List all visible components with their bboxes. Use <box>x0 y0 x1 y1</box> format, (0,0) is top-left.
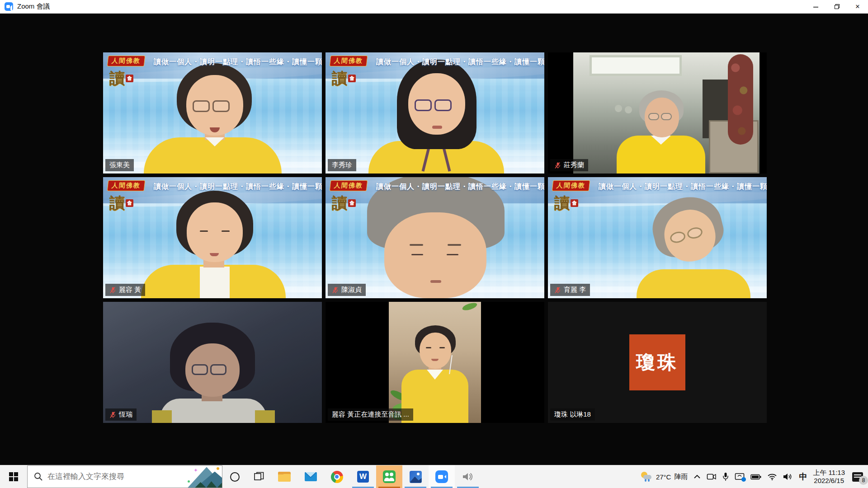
task-view-icon <box>254 472 264 482</box>
banner-slogan: 讀做一個人・讀明一點理・讀悟一些緣・讀懂一顆心 <box>376 57 544 67</box>
reading-club-logo: 讀會 <box>332 195 356 211</box>
volume-mixer-button[interactable] <box>455 465 481 488</box>
tray-overflow-chevron[interactable] <box>693 474 701 479</box>
logo-char: 讀 <box>332 194 347 211</box>
tray-time: 上午 11:13 <box>813 469 845 477</box>
battery-icon <box>750 474 761 480</box>
photos-icon <box>410 471 422 483</box>
leaf-decoration <box>462 302 478 312</box>
room-video <box>573 52 760 174</box>
tray-microphone[interactable] <box>722 472 729 481</box>
banner-slogan: 讀做一個人・讀明一點理・讀悟一些緣・讀懂一顆心 <box>154 182 322 192</box>
tray-cast[interactable] <box>735 473 745 481</box>
banner-brand: 人間佛教 <box>107 56 146 66</box>
taskbar: W 27°C <box>0 465 868 488</box>
sparkle-green <box>188 480 190 483</box>
video-tile-2[interactable]: 人間佛教 讀做一個人・讀明一點理・讀悟一些緣・讀懂一顆心 讀會 李秀珍 <box>326 52 544 174</box>
wifi-icon <box>767 473 777 480</box>
glasses-icon <box>648 113 672 120</box>
camera-icon <box>707 473 717 481</box>
logo-stamp-icon: 會 <box>571 199 578 207</box>
reading-club-logo: 讀會 <box>109 70 133 86</box>
avatar-text: 瓊珠 <box>636 350 679 375</box>
participant-name-label: 育麗 李 <box>550 284 590 296</box>
tray-wifi[interactable] <box>767 473 777 480</box>
glasses-icon <box>193 100 230 112</box>
start-button[interactable] <box>0 465 27 488</box>
notification-center-button[interactable]: 8 <box>851 470 864 483</box>
reading-club-logo: 讀會 <box>109 195 133 211</box>
word-icon: W <box>357 471 369 483</box>
video-tile-6[interactable]: 人間佛教 讀做一個人・讀明一點理・讀悟一些緣・讀懂一顆心 讀會 育麗 李 <box>548 177 767 298</box>
muted-mic-icon <box>332 286 339 294</box>
eyes <box>426 347 431 348</box>
tray-weather-desc: 陣雨 <box>674 473 688 481</box>
minimize-button[interactable] <box>806 0 826 13</box>
video-grid: 人間佛教 讀做一個人・讀明一點理・讀悟一些緣・讀懂一顆心 讀會 張東美 人間佛教… <box>0 14 868 465</box>
sparkle-yellow <box>217 467 219 470</box>
video-tile-3[interactable]: 莊秀蘭 <box>548 52 767 174</box>
video-tile-4[interactable]: 人間佛教 讀做一個人・讀明一點理・讀悟一些緣・讀懂一顆心 讀會 麗容 黃 <box>103 177 322 298</box>
chrome-button[interactable] <box>324 465 350 488</box>
skylight <box>590 55 682 76</box>
tray-clock[interactable]: 上午 11:13 2022/6/15 <box>813 469 845 485</box>
news-widget-illustration[interactable] <box>180 466 222 488</box>
restore-button[interactable] <box>826 0 847 13</box>
logo-stamp-icon: 會 <box>126 75 133 82</box>
participant-name-label: 陳淑貞 <box>328 284 366 296</box>
taskbar-search[interactable] <box>27 465 222 488</box>
zoom-meeting-participants-icon <box>383 470 396 483</box>
logo-char: 讀 <box>109 70 125 87</box>
weather-widget[interactable]: 27°C 陣雨 <box>641 472 688 482</box>
notification-badge: 8 <box>859 476 868 485</box>
muted-mic-icon <box>554 162 561 169</box>
dim-overlay <box>103 302 322 423</box>
participant-name-label: 瓊珠 以琳18 <box>550 408 595 421</box>
dried-wreath <box>728 54 753 145</box>
video-tile-1[interactable]: 人間佛教 讀做一個人・讀明一點理・讀悟一些緣・讀懂一顆心 讀會 張東美 <box>103 52 322 174</box>
video-tile-8[interactable]: 麗容 黃正在連接至音訊 ... <box>326 302 544 423</box>
speaker-icon <box>783 473 793 480</box>
dim-room-video <box>103 302 322 423</box>
ceiling-lights <box>615 105 622 112</box>
participant-name-label: 麗容 黃 <box>105 284 145 296</box>
cortana-icon <box>230 472 240 482</box>
video-tile-5[interactable]: 人間佛教 讀做一個人・讀明一點理・讀悟一些緣・讀懂一顆心 讀會 陳淑貞 <box>326 177 544 298</box>
reading-club-logo: 讀會 <box>332 70 356 86</box>
eyes <box>200 230 208 232</box>
window-controls: ✕ <box>806 0 868 13</box>
logo-stamp-icon: 會 <box>126 199 133 207</box>
closed-eyes <box>411 254 423 255</box>
tray-battery[interactable] <box>750 474 761 480</box>
zoom-meeting-button[interactable] <box>376 465 402 488</box>
logo-stamp-icon: 會 <box>348 199 356 207</box>
participant-name-label: 張東美 <box>105 159 134 171</box>
face <box>384 212 486 298</box>
mail-button[interactable] <box>297 465 324 488</box>
participant-name-label: 恆瑞 <box>105 408 137 421</box>
muted-mic-icon <box>109 286 116 294</box>
microphone-icon <box>722 472 729 481</box>
windows-logo-icon <box>9 472 18 481</box>
close-button[interactable]: ✕ <box>847 0 868 13</box>
glasses-icon <box>415 99 452 111</box>
photos-button[interactable] <box>402 465 429 488</box>
word-button[interactable]: W <box>350 465 376 488</box>
zoom-app-button[interactable] <box>429 465 455 488</box>
banner-slogan: 讀做一個人・讀明一點理・讀悟一些緣・讀懂一顆心 <box>376 182 544 192</box>
tray-camera[interactable] <box>707 473 717 481</box>
file-explorer-button[interactable] <box>271 465 297 488</box>
video-tile-7[interactable]: 恆瑞 <box>103 302 322 423</box>
participant-name-label: 莊秀蘭 <box>550 159 588 171</box>
tray-speaker[interactable] <box>783 473 793 480</box>
avatar: 瓊珠 <box>629 334 685 390</box>
ime-indicator[interactable]: 中 <box>799 471 807 482</box>
task-view-button[interactable] <box>247 465 271 488</box>
tray-date: 2022/6/15 <box>813 477 845 485</box>
system-tray: 27°C 陣雨 中 上午 11:13 2022/6/15 <box>641 465 868 488</box>
cortana-button[interactable] <box>222 465 247 488</box>
search-input[interactable] <box>47 472 180 481</box>
video-tile-9[interactable]: 瓊珠 瓊珠 以琳18 <box>548 302 767 423</box>
cast-status-dot <box>741 477 746 482</box>
mouth <box>432 126 442 129</box>
